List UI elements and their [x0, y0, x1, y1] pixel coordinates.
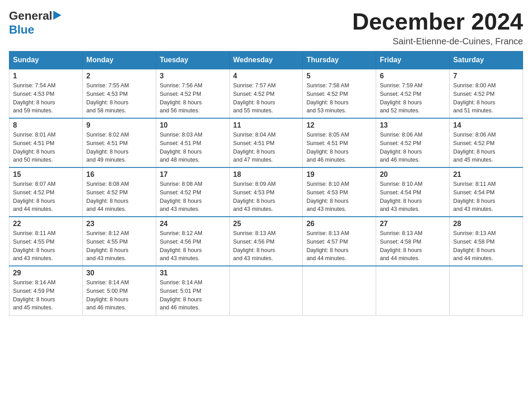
title-section: December 2024 Saint-Etienne-de-Cuines, F…: [352, 9, 523, 47]
day-info: Sunrise: 8:02 AMSunset: 4:51 PMDaylight:…: [86, 131, 152, 164]
day-number: 25: [233, 220, 299, 228]
logo-arrow-icon: [53, 11, 61, 21]
page-header: General Blue December 2024 Saint-Etienne…: [9, 9, 523, 47]
day-info: Sunrise: 8:13 AMSunset: 4:56 PMDaylight:…: [233, 229, 299, 263]
day-info: Sunrise: 8:07 AMSunset: 4:52 PMDaylight:…: [13, 180, 79, 214]
calendar-day-cell: 7Sunrise: 8:00 AMSunset: 4:52 PMDaylight…: [450, 69, 523, 118]
day-number: 20: [380, 171, 446, 179]
logo: General Blue: [9, 9, 60, 37]
calendar-day-cell: 20Sunrise: 8:10 AMSunset: 4:54 PMDayligh…: [376, 167, 450, 217]
day-number: 5: [306, 72, 372, 80]
day-number: 29: [13, 269, 79, 277]
day-info: Sunrise: 8:08 AMSunset: 4:52 PMDaylight:…: [160, 180, 226, 214]
day-info: Sunrise: 8:11 AMSunset: 4:55 PMDaylight:…: [13, 229, 79, 263]
calendar-week-row: 1Sunrise: 7:54 AMSunset: 4:53 PMDaylight…: [9, 69, 523, 118]
day-info: Sunrise: 8:03 AMSunset: 4:51 PMDaylight:…: [160, 131, 226, 164]
day-number: 2: [86, 72, 152, 80]
calendar-day-cell: 8Sunrise: 8:01 AMSunset: 4:51 PMDaylight…: [9, 118, 83, 167]
day-number: 1: [13, 72, 79, 80]
weekday-header-monday: Monday: [82, 51, 156, 69]
calendar-day-cell: 19Sunrise: 8:10 AMSunset: 4:53 PMDayligh…: [303, 167, 376, 217]
day-number: 28: [453, 220, 519, 228]
calendar-day-cell: 31Sunrise: 8:14 AMSunset: 5:01 PMDayligh…: [156, 266, 229, 315]
calendar-day-cell: 23Sunrise: 8:12 AMSunset: 4:55 PMDayligh…: [82, 217, 156, 266]
day-number: 24: [160, 220, 226, 228]
calendar-day-cell: 3Sunrise: 7:56 AMSunset: 4:52 PMDaylight…: [156, 69, 229, 118]
day-info: Sunrise: 7:59 AMSunset: 4:52 PMDaylight:…: [380, 81, 446, 115]
day-number: 30: [86, 269, 152, 277]
day-number: 10: [160, 121, 226, 129]
day-info: Sunrise: 8:05 AMSunset: 4:51 PMDaylight:…: [306, 131, 372, 164]
weekday-header-friday: Friday: [376, 51, 450, 69]
day-number: 7: [453, 72, 519, 80]
calendar-day-cell: 5Sunrise: 7:58 AMSunset: 4:52 PMDaylight…: [303, 69, 376, 118]
calendar-week-row: 29Sunrise: 8:14 AMSunset: 4:59 PMDayligh…: [9, 266, 523, 315]
calendar-day-cell: 14Sunrise: 8:06 AMSunset: 4:52 PMDayligh…: [450, 118, 523, 167]
day-number: 4: [233, 72, 299, 80]
day-number: 12: [306, 121, 372, 129]
day-info: Sunrise: 8:04 AMSunset: 4:51 PMDaylight:…: [233, 131, 299, 164]
day-number: 15: [13, 171, 79, 179]
location: Saint-Etienne-de-Cuines, France: [352, 36, 523, 47]
calendar-day-cell: 16Sunrise: 8:08 AMSunset: 4:52 PMDayligh…: [82, 167, 156, 217]
day-number: 17: [160, 171, 226, 179]
calendar-day-cell: 29Sunrise: 8:14 AMSunset: 4:59 PMDayligh…: [9, 266, 83, 315]
calendar-week-row: 15Sunrise: 8:07 AMSunset: 4:52 PMDayligh…: [9, 167, 523, 217]
logo-blue: Blue: [9, 23, 34, 37]
day-info: Sunrise: 8:13 AMSunset: 4:58 PMDaylight:…: [380, 229, 446, 263]
day-number: 6: [380, 72, 446, 80]
day-info: Sunrise: 8:12 AMSunset: 4:55 PMDaylight:…: [86, 229, 152, 263]
calendar-day-cell: [229, 266, 303, 315]
calendar-day-cell: 21Sunrise: 8:11 AMSunset: 4:54 PMDayligh…: [450, 167, 523, 217]
day-number: 23: [86, 220, 152, 228]
day-info: Sunrise: 8:06 AMSunset: 4:52 PMDaylight:…: [453, 131, 519, 164]
calendar-day-cell: 22Sunrise: 8:11 AMSunset: 4:55 PMDayligh…: [9, 217, 83, 266]
day-number: 19: [306, 171, 372, 179]
calendar-day-cell: [376, 266, 450, 315]
day-number: 14: [453, 121, 519, 129]
weekday-header-tuesday: Tuesday: [156, 51, 229, 69]
calendar-day-cell: 12Sunrise: 8:05 AMSunset: 4:51 PMDayligh…: [303, 118, 376, 167]
calendar-table: SundayMondayTuesdayWednesdayThursdayFrid…: [9, 51, 523, 316]
calendar-day-cell: [450, 266, 523, 315]
calendar-day-cell: 2Sunrise: 7:55 AMSunset: 4:53 PMDaylight…: [82, 69, 156, 118]
weekday-header-saturday: Saturday: [450, 51, 523, 69]
calendar-day-cell: 28Sunrise: 8:13 AMSunset: 4:58 PMDayligh…: [450, 217, 523, 266]
calendar-day-cell: 1Sunrise: 7:54 AMSunset: 4:53 PMDaylight…: [9, 69, 83, 118]
day-info: Sunrise: 8:06 AMSunset: 4:52 PMDaylight:…: [380, 131, 446, 164]
calendar-day-cell: 17Sunrise: 8:08 AMSunset: 4:52 PMDayligh…: [156, 167, 229, 217]
day-info: Sunrise: 8:12 AMSunset: 4:56 PMDaylight:…: [160, 229, 226, 263]
weekday-header-wednesday: Wednesday: [229, 51, 303, 69]
calendar-day-cell: 13Sunrise: 8:06 AMSunset: 4:52 PMDayligh…: [376, 118, 450, 167]
day-info: Sunrise: 8:11 AMSunset: 4:54 PMDaylight:…: [453, 180, 519, 214]
calendar-week-row: 8Sunrise: 8:01 AMSunset: 4:51 PMDaylight…: [9, 118, 523, 167]
day-info: Sunrise: 8:10 AMSunset: 4:53 PMDaylight:…: [306, 180, 372, 214]
day-number: 22: [13, 220, 79, 228]
day-info: Sunrise: 8:09 AMSunset: 4:53 PMDaylight:…: [233, 180, 299, 214]
day-number: 11: [233, 121, 299, 129]
day-info: Sunrise: 8:13 AMSunset: 4:57 PMDaylight:…: [306, 229, 372, 263]
day-info: Sunrise: 7:55 AMSunset: 4:53 PMDaylight:…: [86, 81, 152, 115]
calendar-day-cell: 6Sunrise: 7:59 AMSunset: 4:52 PMDaylight…: [376, 69, 450, 118]
day-number: 27: [380, 220, 446, 228]
day-number: 18: [233, 171, 299, 179]
calendar-day-cell: 27Sunrise: 8:13 AMSunset: 4:58 PMDayligh…: [376, 217, 450, 266]
day-info: Sunrise: 8:10 AMSunset: 4:54 PMDaylight:…: [380, 180, 446, 214]
day-info: Sunrise: 8:14 AMSunset: 5:01 PMDaylight:…: [160, 278, 226, 312]
month-title: December 2024: [352, 9, 523, 34]
day-info: Sunrise: 8:14 AMSunset: 5:00 PMDaylight:…: [86, 278, 152, 312]
day-number: 8: [13, 121, 79, 129]
day-info: Sunrise: 8:14 AMSunset: 4:59 PMDaylight:…: [13, 278, 79, 312]
calendar-week-row: 22Sunrise: 8:11 AMSunset: 4:55 PMDayligh…: [9, 217, 523, 266]
day-info: Sunrise: 7:54 AMSunset: 4:53 PMDaylight:…: [13, 81, 79, 115]
day-number: 26: [306, 220, 372, 228]
day-number: 3: [160, 72, 226, 80]
svg-marker-0: [53, 11, 61, 20]
day-number: 31: [160, 269, 226, 277]
day-info: Sunrise: 8:00 AMSunset: 4:52 PMDaylight:…: [453, 81, 519, 115]
weekday-header-sunday: Sunday: [9, 51, 83, 69]
logo-general: General: [9, 9, 52, 23]
day-info: Sunrise: 8:13 AMSunset: 4:58 PMDaylight:…: [453, 229, 519, 263]
day-number: 13: [380, 121, 446, 129]
calendar-day-cell: 18Sunrise: 8:09 AMSunset: 4:53 PMDayligh…: [229, 167, 303, 217]
